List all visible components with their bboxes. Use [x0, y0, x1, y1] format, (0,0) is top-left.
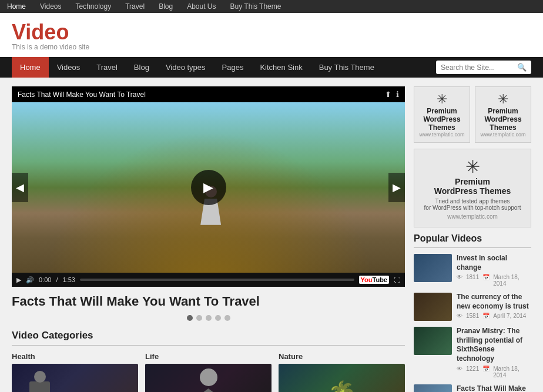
nav-item-home[interactable]: Home	[12, 57, 49, 78]
browser-nav-home[interactable]: Home	[0, 0, 33, 13]
search-input[interactable]	[441, 63, 517, 72]
popular-thumb-3	[414, 327, 452, 355]
site-title: Video	[12, 22, 89, 43]
date-icon-3: 📅	[482, 366, 490, 378]
category-life-thumb[interactable]	[145, 364, 272, 392]
ad-large-url: www.templatic.com	[419, 213, 526, 220]
popular-info-2: The currency of the new economy is trust…	[457, 293, 531, 319]
progress-bar[interactable]	[80, 279, 354, 281]
popular-item-3[interactable]: Pranav Mistry: The thrilling potential o…	[414, 327, 531, 378]
dot-2[interactable]	[196, 315, 202, 321]
video-main-title: Facts That Will Make You Want To Travel	[12, 294, 405, 309]
browser-nav-buy[interactable]: Buy This Theme	[223, 0, 289, 13]
category-health-label: Health	[12, 352, 138, 361]
dot-3[interactable]	[206, 315, 212, 321]
video-title-bar-icons: ⬆ ℹ	[385, 90, 399, 99]
video-title-bar: Facts That Will Make You Want To Travel …	[12, 86, 405, 102]
nav-item-video-types[interactable]: Video types	[157, 57, 214, 78]
views-icon-2: 👁	[457, 313, 462, 319]
browser-nav-about[interactable]: About Us	[180, 0, 223, 13]
popular-thumb-2	[414, 293, 452, 321]
nav-item-pages[interactable]: Pages	[214, 57, 252, 78]
popular-name-3: Pranav Mistry: The thrilling potential o…	[457, 327, 531, 363]
fullscreen-icon[interactable]: ⛶	[394, 276, 400, 283]
play-icon[interactable]: ▶	[16, 276, 21, 284]
search-icon: 🔍	[517, 63, 527, 72]
total-time: 1:53	[62, 276, 75, 283]
share-icon[interactable]: ⬆	[385, 90, 391, 99]
play-button[interactable]: ▶	[191, 170, 226, 205]
browser-nav-technology[interactable]: Technology	[69, 0, 119, 13]
ad-brand-1: PremiumWordPressThemes	[417, 107, 467, 132]
popular-item-1[interactable]: Invest in social change 👁 1811 📅 March 1…	[414, 254, 531, 287]
search-box[interactable]: 🔍	[436, 61, 531, 74]
dot-4[interactable]	[215, 315, 221, 321]
main-nav-links: Home Videos Travel Blog Video types Page…	[12, 57, 383, 78]
popular-name-1: Invest in social change	[457, 254, 531, 272]
ad-brand-2: PremiumWordPressThemes	[478, 107, 528, 132]
time-separator: /	[56, 276, 58, 283]
category-nature: Nature 🌴	[279, 352, 405, 392]
category-life-label: Life	[145, 352, 272, 361]
popular-meta-2: 👁 1581 📅 April 7, 2014	[457, 313, 531, 319]
ad-large-snowflake: ✳	[419, 156, 526, 177]
site-header: Video This is a demo video site	[0, 13, 543, 57]
date-icon-1: 📅	[482, 274, 490, 287]
popular-info-3: Pranav Mistry: The thrilling potential o…	[457, 327, 531, 378]
popular-videos-title: Popular Videos	[414, 233, 531, 248]
popular-thumb-4	[414, 384, 452, 392]
category-nature-label: Nature	[279, 352, 405, 361]
views-icon-1: 👁	[457, 274, 462, 287]
date-2: April 7, 2014	[493, 313, 526, 319]
category-health-thumb[interactable]: Mechanics	[12, 364, 138, 392]
video-player: Facts That Will Make You Want To Travel …	[12, 86, 405, 287]
prev-arrow[interactable]: ◀	[12, 173, 28, 202]
dot-5[interactable]	[224, 315, 230, 321]
volume-icon[interactable]: 🔊	[26, 276, 34, 284]
ad-small-2[interactable]: ✳ PremiumWordPressThemes www.templatic.c…	[475, 86, 531, 143]
ad-url-2: www.templatic.com	[478, 132, 528, 138]
popular-item-2[interactable]: The currency of the new economy is trust…	[414, 293, 531, 321]
views-count-1: 1811	[466, 274, 479, 287]
ad-url-1: www.templatic.com	[417, 132, 467, 138]
next-arrow[interactable]: ▶	[388, 173, 405, 202]
ad-large-desc: Tried and tested app themesfor WordPress…	[419, 198, 526, 211]
site-tagline: This is a demo video site	[12, 43, 89, 51]
ad-large-brand: PremiumWordPress Themes	[419, 177, 526, 196]
date-icon-2: 📅	[482, 313, 490, 319]
info-icon[interactable]: ℹ	[396, 90, 399, 99]
nav-item-buy-theme[interactable]: Buy This Theme	[311, 57, 383, 78]
ad-row-double: ✳ PremiumWordPressThemes www.templatic.c…	[414, 86, 531, 143]
category-life: Life	[145, 352, 272, 392]
popular-thumb-1	[414, 254, 452, 282]
popular-info-4: Facts That Will Make You Want To Travel …	[457, 384, 531, 392]
ad-large[interactable]: ✳ PremiumWordPress Themes Tried and test…	[414, 149, 531, 227]
popular-item-4[interactable]: Facts That Will Make You Want To Travel …	[414, 384, 531, 392]
views-count-3: 1221	[466, 366, 479, 378]
nav-item-blog[interactable]: Blog	[126, 57, 157, 78]
youtube-logo: YouTube	[359, 276, 389, 284]
slider-dots	[12, 315, 405, 321]
views-icon-3: 👁	[457, 366, 462, 378]
category-nature-thumb[interactable]: 🌴	[279, 364, 405, 392]
main-navigation: Home Videos Travel Blog Video types Page…	[0, 57, 543, 78]
popular-name-4: Facts That Will Make You Want To Travel	[457, 384, 531, 392]
nav-item-videos[interactable]: Videos	[49, 57, 89, 78]
popular-videos-section: Popular Videos Invest in social change 👁…	[414, 233, 531, 392]
popular-info-1: Invest in social change 👁 1811 📅 March 1…	[457, 254, 531, 287]
browser-nav: Home Videos Technology Travel Blog About…	[0, 0, 543, 13]
browser-nav-travel[interactable]: Travel	[118, 0, 152, 13]
categories-grid: Health Mechanics Life	[12, 352, 405, 392]
site-logo: Video This is a demo video site	[12, 22, 89, 51]
ad-small-1[interactable]: ✳ PremiumWordPressThemes www.templatic.c…	[414, 86, 470, 143]
nav-item-kitchen-sink[interactable]: Kitchen Sink	[252, 57, 310, 78]
browser-nav-videos[interactable]: Videos	[33, 0, 68, 13]
dot-1[interactable]	[187, 315, 193, 321]
video-controls: ▶ 🔊 0:00 / 1:53 YouTube ⛶	[12, 273, 405, 287]
nav-item-travel[interactable]: Travel	[88, 57, 126, 78]
views-count-2: 1581	[466, 313, 479, 319]
browser-nav-blog[interactable]: Blog	[152, 0, 180, 13]
video-thumbnail[interactable]: ◀ ▶ ▶	[12, 102, 405, 273]
main-content: Facts That Will Make You Want To Travel …	[12, 86, 405, 392]
ad-snowflake-1: ✳	[417, 92, 467, 107]
